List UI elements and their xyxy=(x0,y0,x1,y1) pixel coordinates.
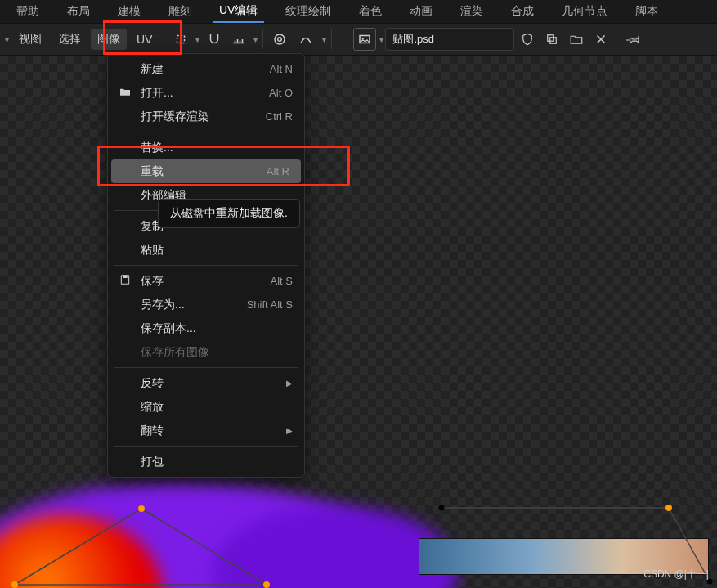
tab-layout[interactable]: 布局 xyxy=(60,1,96,22)
menu-item-save-as[interactable]: 另存为...Shift Alt S xyxy=(108,293,304,316)
tab-script[interactable]: 脚本 xyxy=(629,1,665,22)
menu-item-open[interactable]: 打开...Alt O xyxy=(108,81,304,105)
menu-item-paste[interactable]: 粘贴 xyxy=(108,238,304,262)
snap-magnet-icon[interactable] xyxy=(203,28,226,51)
submenu-arrow-icon: ▶ xyxy=(286,379,293,388)
svg-rect-0 xyxy=(177,36,185,43)
menu-item-open-cached[interactable]: 打开缓存渲染Ctrl R xyxy=(108,105,304,128)
separator xyxy=(164,29,164,49)
svg-point-17 xyxy=(263,581,270,588)
tab-texture-paint[interactable]: 纹理绘制 xyxy=(279,1,338,22)
menu-image[interactable]: 图像 xyxy=(91,29,127,50)
unlink-image-icon[interactable] xyxy=(589,28,612,51)
menu-item-scale[interactable]: 缩放 xyxy=(108,395,304,419)
menu-separator xyxy=(114,132,298,132)
open-image-icon[interactable] xyxy=(565,28,588,51)
svg-point-4 xyxy=(362,38,364,39)
image-name-input[interactable] xyxy=(385,28,514,51)
menu-item-pack[interactable]: 打包 xyxy=(108,450,304,474)
pivot-icon[interactable] xyxy=(169,28,192,51)
image-menu-dropdown: 新建Alt N 打开...Alt O 打开缓存渲染Ctrl R 替换... 重载… xyxy=(107,53,305,478)
shortcut-label: Ctrl R xyxy=(266,110,293,123)
shortcut-label: Alt R xyxy=(267,165,289,177)
tab-rendering[interactable]: 渲染 xyxy=(454,1,490,22)
separator xyxy=(262,29,263,49)
menu-separator xyxy=(114,265,298,266)
tooltip-reload: 从磁盘中重新加载图像. xyxy=(158,199,300,228)
chevron-down-icon[interactable]: ▾ xyxy=(253,35,258,44)
svg-point-20 xyxy=(665,505,672,511)
svg-line-8 xyxy=(141,509,267,585)
save-icon xyxy=(118,273,132,289)
shortcut-label: Alt S xyxy=(271,275,293,287)
svg-point-12 xyxy=(12,582,18,588)
shortcut-label: Shift Alt S xyxy=(247,298,293,311)
svg-point-19 xyxy=(666,505,672,511)
image-browse-icon[interactable] xyxy=(353,28,376,51)
tab-modeling[interactable]: 建模 xyxy=(111,1,147,22)
menu-select[interactable]: 选择 xyxy=(52,29,87,50)
shortcut-label: Alt N xyxy=(270,63,293,75)
svg-point-18 xyxy=(439,505,445,511)
submenu-arrow-icon: ▶ xyxy=(286,426,293,435)
svg-rect-23 xyxy=(123,276,127,278)
menu-separator xyxy=(114,446,298,447)
image-thumbnail-panel xyxy=(419,538,709,575)
tab-uv-editing[interactable]: UV编辑 xyxy=(213,0,264,23)
falloff-icon[interactable] xyxy=(294,28,317,51)
menu-item-invert[interactable]: 反转▶ xyxy=(108,371,304,395)
menu-view[interactable]: 视图 xyxy=(12,29,48,50)
snap-group: ▾ xyxy=(203,28,258,51)
new-image-icon[interactable] xyxy=(540,28,563,51)
menu-separator xyxy=(114,367,298,368)
svg-point-13 xyxy=(11,581,18,588)
tab-help[interactable]: 帮助 xyxy=(10,1,46,22)
tab-sculpt[interactable]: 雕刻 xyxy=(162,1,198,22)
tab-animation[interactable]: 动画 xyxy=(403,1,439,22)
menu-item-new[interactable]: 新建Alt N xyxy=(108,57,304,81)
menu-item-save-all: 保存所有图像 xyxy=(108,340,304,364)
snap-increment-icon[interactable] xyxy=(227,28,250,51)
svg-line-7 xyxy=(15,509,141,585)
shortcut-label: Alt O xyxy=(269,87,293,99)
image-selector-group: ▾ xyxy=(353,28,612,51)
pivot-mode-group: ▾ xyxy=(169,28,199,51)
chevron-down-icon[interactable]: ▾ xyxy=(195,35,199,44)
chevron-down-icon[interactable]: ▾ xyxy=(379,35,383,44)
menu-uv[interactable]: UV xyxy=(130,29,159,49)
menu-item-reload[interactable]: 重载Alt R xyxy=(111,159,301,183)
chevron-down-icon[interactable]: ▾ xyxy=(322,35,326,44)
svg-rect-5 xyxy=(548,35,554,42)
folder-icon xyxy=(118,85,132,101)
svg-point-1 xyxy=(275,34,285,44)
tab-compose[interactable]: 合成 xyxy=(504,1,540,22)
svg-point-2 xyxy=(278,38,282,42)
tab-shading[interactable]: 着色 xyxy=(352,1,388,22)
fake-user-shield-icon[interactable] xyxy=(516,28,539,51)
svg-point-16 xyxy=(264,582,270,588)
menu-item-flip[interactable]: 翻转▶ xyxy=(108,419,304,442)
proportional-edit-icon[interactable] xyxy=(268,28,291,51)
editor-type-chevron-icon[interactable]: ▾ xyxy=(5,35,9,44)
svg-rect-6 xyxy=(550,38,557,44)
svg-point-14 xyxy=(139,506,145,512)
svg-point-15 xyxy=(138,505,145,512)
menu-item-save-copy[interactable]: 保存副本... xyxy=(108,316,304,340)
uv-editor-header: ▾ 视图 选择 图像 UV ▾ ▾ ▾ ▾ xyxy=(0,23,717,56)
pin-icon[interactable] xyxy=(622,28,645,51)
menu-item-replace[interactable]: 替换... xyxy=(108,136,304,159)
separator xyxy=(331,29,332,49)
svg-point-21 xyxy=(707,579,713,585)
workspace-tab-bar: 帮助 布局 建模 雕刻 UV编辑 纹理绘制 着色 动画 渲染 合成 几何节点 脚… xyxy=(0,0,717,23)
tab-geometry-nodes[interactable]: 几何节点 xyxy=(555,1,614,22)
menu-item-save[interactable]: 保存Alt S xyxy=(108,269,304,293)
